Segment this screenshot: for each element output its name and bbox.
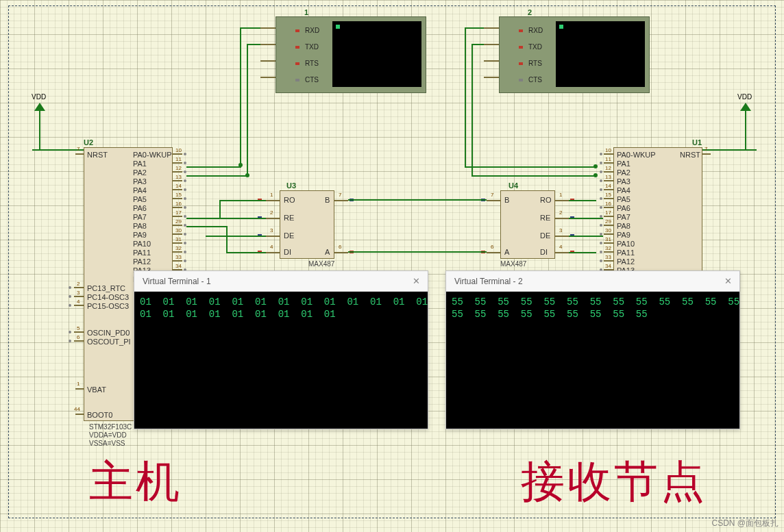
vterm1-ref: 1	[304, 8, 308, 16]
terminal1-content: 01 01 01 01 01 01 01 01 01 01 01 01 01 0…	[134, 292, 428, 429]
pin	[484, 60, 499, 62]
close-icon[interactable]: ✕	[720, 274, 735, 289]
u4-ref: U4	[509, 181, 518, 190]
u3-ref: U3	[286, 181, 296, 190]
u4-type: MAX487	[500, 260, 526, 268]
pin	[484, 44, 499, 45]
pin	[260, 77, 275, 78]
pin-label: PA7	[133, 213, 170, 221]
pin-label: RTS	[305, 60, 319, 67]
terminal-window-1[interactable]: Virtual Terminal - 1 ✕ 01 01 01 01 01 01…	[134, 270, 428, 429]
pin-label: PA0-WKUP	[133, 151, 170, 159]
pin-label: PA3	[133, 177, 170, 186]
terminal2-content: 55 55 55 55 55 55 55 55 55 55 55 55 55 5…	[446, 292, 739, 429]
watermark: CSDN @面包板扎	[711, 518, 779, 529]
u2-boot0: BOOT0	[87, 411, 112, 419]
pin-label: PA6	[133, 204, 170, 212]
pin	[260, 44, 275, 45]
vdd-label: VDD	[32, 93, 46, 101]
u2-vbat: VBAT	[87, 385, 106, 394]
wire-a	[348, 251, 487, 253]
wire	[39, 125, 40, 149]
pin-label: PA10	[133, 240, 170, 248]
pin-label: PA1	[133, 160, 170, 168]
vdd-label: VDD	[737, 93, 752, 101]
terminal2-title: Virtual Terminal - 2	[454, 277, 523, 286]
vterm-graphic-2[interactable]: RXD TXD RTS CTS	[499, 16, 650, 93]
pin	[484, 77, 499, 78]
pin-label: PA12	[133, 257, 170, 266]
wire	[702, 149, 757, 151]
u2-nrst: NRST	[87, 151, 108, 159]
pin-label: TXD	[305, 43, 319, 51]
pin-label: TXD	[528, 43, 542, 51]
pin-label: PA8	[133, 222, 170, 230]
caption-receiver: 接收节点	[521, 452, 707, 511]
wire-b	[348, 199, 487, 201]
u2-ref: U2	[84, 138, 93, 147]
close-icon[interactable]: ✕	[408, 274, 424, 289]
pin-label: CTS	[305, 76, 319, 84]
vterm-graphic-1[interactable]: RXD TXD RTS CTS	[275, 16, 426, 93]
terminal-window-2[interactable]: Virtual Terminal - 2 ✕ 55 55 55 55 55 55…	[445, 270, 740, 429]
pin	[260, 27, 275, 29]
pin	[484, 27, 499, 29]
pin-label: PA2	[133, 168, 170, 177]
terminal1-title: Virtual Terminal - 1	[143, 277, 211, 286]
u1-ref: U1	[692, 138, 702, 147]
pin-label: RXD	[305, 27, 319, 34]
caption-host: 主机	[89, 452, 182, 511]
pin-label: RXD	[528, 27, 543, 34]
pin-label: PA9	[133, 231, 170, 239]
pin-label: PA11	[133, 249, 170, 257]
pin-label: CTS	[528, 76, 542, 84]
pin-label: PA5	[133, 195, 170, 203]
wire	[745, 125, 746, 149]
pin	[260, 60, 275, 62]
pin-label: PA4	[133, 186, 170, 194]
vterm2-ref: 2	[528, 8, 532, 16]
u3-type: MAX487	[308, 260, 334, 268]
pin-label: RTS	[528, 60, 542, 67]
u1-nrst: NRST	[680, 151, 700, 159]
